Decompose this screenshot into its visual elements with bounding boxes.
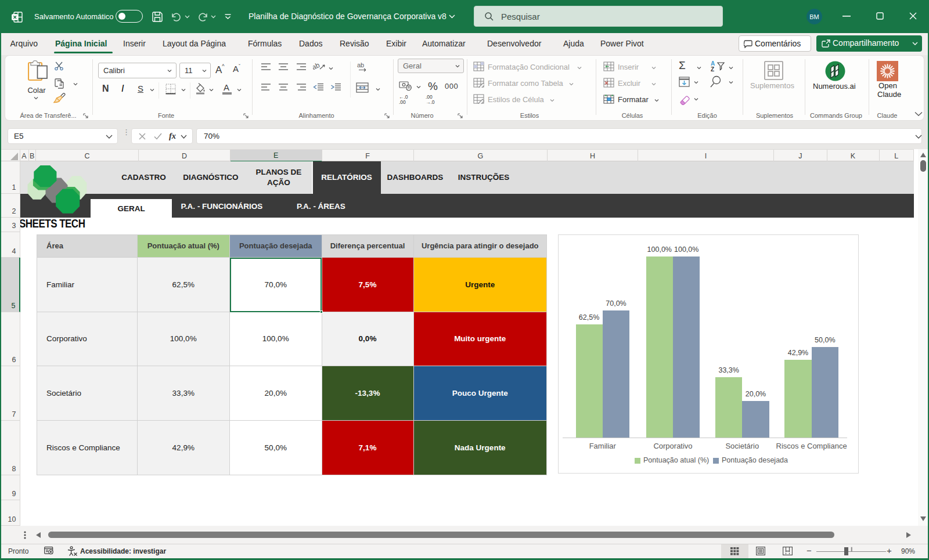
svg-text:.00: .00 [399, 99, 406, 104]
svg-text:→.0: →.0 [426, 99, 435, 104]
svg-text:Z: Z [711, 66, 714, 71]
svg-text:ab: ab [313, 62, 321, 71]
svg-text:ab: ab [357, 62, 364, 68]
